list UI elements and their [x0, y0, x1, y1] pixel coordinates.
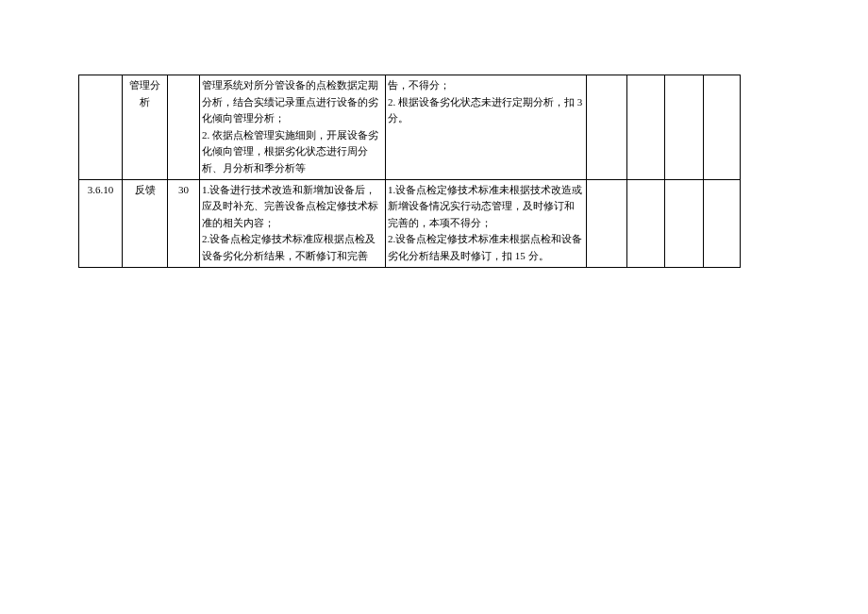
- cell-desc: 管理系统对所分管设备的点检数据定期分析，结合实绩记录重点进行设备的劣化倾向管理分…: [200, 75, 386, 180]
- cell-rule: 告，不得分；2. 根据设备劣化状态未进行定期分析，扣 3 分。: [386, 75, 587, 180]
- cell-name: 反馈: [123, 179, 168, 267]
- table-row: 管理分析 管理系统对所分管设备的点检数据定期分析，结合实绩记录重点进行设备的劣化…: [79, 75, 741, 180]
- cell-name: 管理分析: [123, 75, 168, 180]
- cell-desc: 1.设备进行技术改造和新增加设备后，应及时补充、完善设备点检定修技术标准的相关内…: [200, 179, 386, 267]
- cell-rule: 1.设备点检定修技术标准未根据技术改造或新增设备情况实行动态管理，及时修订和完善…: [386, 179, 587, 267]
- standards-table: 管理分析 管理系统对所分管设备的点检数据定期分析，结合实绩记录重点进行设备的劣化…: [78, 75, 741, 268]
- cell-blank: [704, 179, 741, 267]
- cell-score: [168, 75, 200, 180]
- cell-score: 30: [168, 179, 200, 267]
- cell-blank: [665, 179, 704, 267]
- cell-blank: [627, 75, 665, 180]
- table-row: 3.6.10 反馈 30 1.设备进行技术改造和新增加设备后，应及时补充、完善设…: [79, 179, 741, 267]
- cell-blank: [587, 75, 627, 180]
- cell-blank: [587, 179, 627, 267]
- cell-blank: [665, 75, 704, 180]
- cell-id: [79, 75, 123, 180]
- cell-blank: [627, 179, 665, 267]
- cell-id: 3.6.10: [79, 179, 123, 267]
- cell-blank: [704, 75, 741, 180]
